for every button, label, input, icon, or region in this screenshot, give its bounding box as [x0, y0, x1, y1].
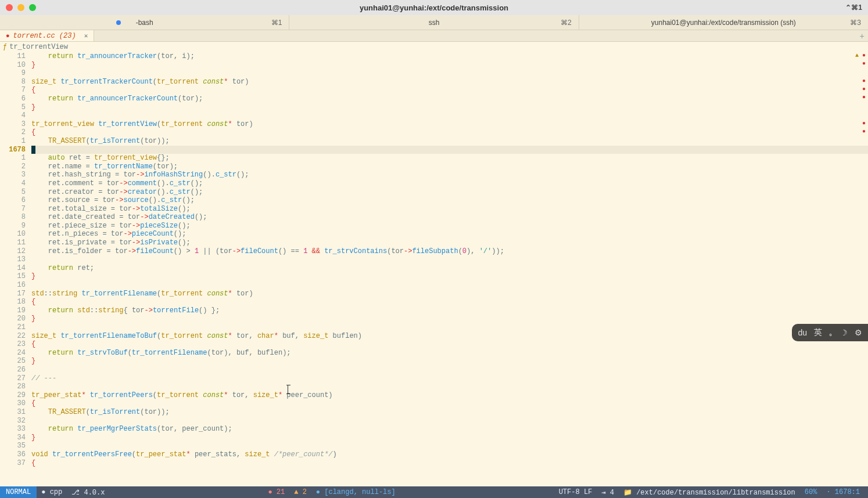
error-marker-icon: ●: [862, 94, 866, 100]
close-window-button[interactable]: [6, 4, 13, 11]
ime-item[interactable]: 英: [814, 327, 822, 338]
terminal-tab-label: yunhai01@yunhai:/ext/code/transmission (…: [651, 19, 796, 27]
text-cursor-icon: [288, 385, 288, 394]
function-icon: ƒ: [3, 43, 7, 51]
window-title: yunhai01@yunhai:/ext/code/transmission: [360, 3, 508, 12]
maximize-window-button[interactable]: [29, 4, 36, 11]
error-marker-icon: ●: [862, 120, 866, 127]
terminal-tabs: -bash ⌘1 ssh ⌘2 yunhai01@yunhai:/ext/cod…: [0, 15, 868, 30]
cursor-position: · 1678:1: [822, 488, 865, 496]
code-content[interactable]: return tr_announcerTracker(tor, i);}size…: [29, 52, 868, 486]
terminal-tab-1[interactable]: -bash ⌘1: [0, 15, 289, 30]
file-tab-active[interactable]: ● torrent.cc (23) ✕: [0, 30, 94, 41]
filetype-indicator: ● cpp: [37, 488, 67, 496]
breadcrumb-name: tr_torrentView: [9, 43, 68, 51]
vim-mode: NORMAL: [0, 486, 37, 498]
warning-marker-icon: ▲: [855, 52, 859, 59]
file-tab-name: torrent.cc (23): [13, 32, 76, 40]
traffic-lights: [6, 4, 36, 11]
terminal-tab-3[interactable]: yunhai01@yunhai:/ext/code/transmission (…: [579, 15, 868, 30]
status-bar: NORMAL ● cpp ⎇ 4.0.x ● 21 ▲ 2 ● [clangd,…: [0, 486, 868, 498]
unsaved-dot-icon: [116, 20, 121, 25]
git-branch: ⎇ 4.0.x: [67, 488, 109, 497]
error-count: ● 21: [263, 488, 289, 496]
terminal-tab-hotkey: ⌘3: [850, 19, 861, 27]
warning-count: ▲ 2: [289, 488, 311, 496]
indent-indicator: ⇥ 4: [597, 488, 619, 497]
ime-item[interactable]: du: [798, 328, 807, 337]
add-tab-icon[interactable]: +: [860, 32, 865, 41]
error-marker-icon: ●: [862, 60, 866, 67]
terminal-tab-hotkey: ⌘1: [271, 19, 282, 27]
breadcrumb[interactable]: ƒ tr_torrentView: [0, 42, 868, 52]
gear-icon[interactable]: ⚙: [855, 328, 862, 337]
error-marker-icon: ●: [862, 78, 866, 84]
minimize-window-button[interactable]: [17, 4, 24, 11]
error-marker-icon: ●: [862, 86, 866, 92]
lsp-status: ● [clangd, null-ls]: [311, 488, 400, 496]
error-marker-icon: ●: [862, 52, 866, 59]
error-icon: ●: [6, 33, 10, 39]
code-editor[interactable]: 1110987654321167812345678910111213141516…: [0, 52, 868, 486]
line-number-gutter: 1110987654321167812345678910111213141516…: [0, 52, 29, 486]
encoding-indicator: UTF-8 LF: [554, 488, 597, 496]
terminal-tab-hotkey: ⌘2: [561, 19, 572, 27]
file-path: 📁 /ext/code/transmission/libtransmission: [619, 488, 800, 497]
error-marker-icon: ●: [862, 128, 866, 135]
ime-item[interactable]: ｡: [829, 328, 833, 337]
ime-panel[interactable]: du 英 ｡ ☽ ⚙: [792, 324, 868, 341]
close-icon[interactable]: ✕: [84, 32, 88, 39]
window-title-bar: yunhai01@yunhai:/ext/code/transmission ⌃…: [0, 0, 868, 15]
terminal-tab-label: -bash: [136, 19, 153, 27]
scroll-percent: 60%: [800, 488, 822, 496]
window-shortcut: ⌃⌘1: [845, 3, 862, 12]
editor-tabs: ● torrent.cc (23) ✕: [0, 30, 868, 42]
terminal-tab-label: ssh: [429, 19, 440, 27]
terminal-tab-2[interactable]: ssh ⌘2: [289, 15, 579, 30]
moon-icon[interactable]: ☽: [840, 328, 848, 337]
